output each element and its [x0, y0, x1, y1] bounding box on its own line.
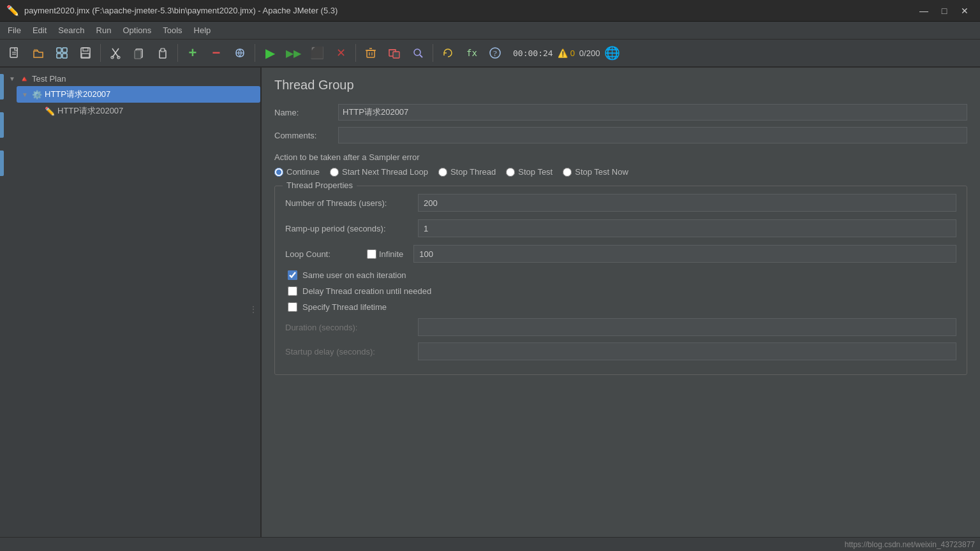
radio-stop-thread-input[interactable]	[438, 168, 447, 177]
radio-stop-thread[interactable]: Stop Thread	[438, 167, 496, 177]
warning-indicator: ⚠️ 0	[558, 48, 575, 58]
menu-file[interactable]: File	[3, 24, 26, 36]
reset-button[interactable]	[437, 42, 459, 64]
svg-rect-3	[57, 48, 61, 52]
stop-button[interactable]: ⬛	[306, 42, 328, 64]
httpsampler-label: HTTP请求202007	[57, 105, 123, 117]
menu-help[interactable]: Help	[189, 24, 216, 36]
browse-button[interactable]	[229, 42, 251, 64]
timer-display: 00:00:24	[513, 48, 553, 58]
tree-item-httpsampler[interactable]: ▼ ✏️ HTTP请求202007	[29, 103, 260, 119]
menu-search[interactable]: Search	[53, 24, 89, 36]
clear-button[interactable]	[360, 42, 382, 64]
function-button[interactable]: fx	[461, 42, 482, 64]
infinite-label: Infinite	[379, 249, 403, 259]
cut-button[interactable]	[105, 42, 126, 64]
svg-rect-15	[135, 50, 141, 59]
minimize-button[interactable]: —	[915, 4, 933, 17]
svg-point-27	[414, 49, 420, 55]
radio-stop-test-now-label: Stop Test Now	[575, 167, 628, 177]
tree-area: ▼ 🔺 Test Plan ▼ ⚙️ HTTP请求202007 ▼ ✏️ HTT…	[0, 68, 260, 123]
maximize-button[interactable]: □	[935, 4, 953, 17]
action-section: Action to be taken after a Sampler error…	[274, 152, 967, 177]
same-user-label[interactable]: Same user on each iteration	[302, 270, 406, 280]
duration-label: Duration (seconds):	[285, 323, 413, 332]
shutdown-button[interactable]: ✕	[330, 42, 352, 64]
start-button[interactable]: ▶	[259, 42, 281, 64]
infinite-label-wrapper[interactable]: Infinite	[367, 249, 403, 259]
svg-line-28	[420, 55, 422, 57]
duration-row: Duration (seconds):	[285, 318, 956, 336]
delay-thread-label[interactable]: Delay Thread creation until needed	[302, 286, 431, 296]
tree-item-testplan[interactable]: ▼ 🔺 Test Plan	[4, 71, 260, 86]
ramp-up-row: Ramp-up period (seconds):	[285, 219, 956, 237]
thread-properties-section: Thread Properties Number of Threads (use…	[274, 186, 967, 375]
num-threads-input[interactable]	[418, 194, 956, 212]
new-button[interactable]	[4, 42, 26, 64]
delay-thread-row: Delay Thread creation until needed	[288, 286, 956, 296]
same-user-row: Same user on each iteration	[288, 270, 956, 280]
menu-tools[interactable]: Tools	[158, 24, 187, 36]
radio-stop-test-now-input[interactable]	[563, 168, 572, 177]
radio-start-next-label: Start Next Thread Loop	[342, 167, 428, 177]
delay-thread-checkbox[interactable]	[288, 286, 297, 296]
toggle-httpsampler: ▼	[33, 108, 42, 115]
svg-rect-7	[81, 48, 90, 58]
paste-button[interactable]	[152, 42, 174, 64]
add-button[interactable]: +	[182, 42, 204, 64]
toolbar: + − ▶ ▶▶ ⬛ ✕	[0, 40, 980, 68]
strip-item-1	[0, 74, 4, 99]
tree-children: ▼ ⚙️ HTTP请求202007 ▼ ✏️ HTTP请求202007	[17, 86, 260, 119]
sidebar-drag-handle[interactable]: ⋮	[246, 304, 260, 314]
same-user-checkbox[interactable]	[288, 270, 297, 280]
toggle-testplan[interactable]: ▼	[8, 75, 17, 82]
num-threads-row: Number of Threads (users):	[285, 194, 956, 212]
start-nopause-button[interactable]: ▶▶	[283, 42, 304, 64]
loop-count-input[interactable]	[413, 245, 956, 263]
ramp-up-input[interactable]	[418, 219, 956, 237]
menu-run[interactable]: Run	[91, 24, 117, 36]
comments-input[interactable]	[338, 127, 967, 143]
templates-button[interactable]	[51, 42, 73, 64]
page-title: Thread Group	[274, 78, 967, 92]
startup-delay-input[interactable]	[418, 342, 956, 360]
strip-item-2	[0, 112, 4, 138]
radio-start-next[interactable]: Start Next Thread Loop	[330, 167, 428, 177]
duration-input[interactable]	[418, 318, 956, 336]
content-area: Thread Group Name: Comments: Action to b…	[262, 68, 980, 551]
menu-edit[interactable]: Edit	[27, 24, 52, 36]
infinite-checkbox[interactable]	[367, 249, 376, 259]
specify-lifetime-row: Specify Thread lifetime	[288, 302, 956, 312]
radio-continue[interactable]: Continue	[274, 167, 320, 177]
remove-button[interactable]: −	[205, 42, 227, 64]
clear-all-button[interactable]	[383, 42, 405, 64]
strip-item-3	[0, 151, 4, 176]
menu-options[interactable]: Options	[117, 24, 156, 36]
num-threads-label: Number of Threads (users):	[285, 198, 413, 208]
sep3	[255, 44, 255, 62]
name-input[interactable]	[338, 104, 967, 121]
open-button[interactable]	[27, 42, 49, 64]
svg-rect-5	[57, 54, 61, 58]
radio-stop-test-now[interactable]: Stop Test Now	[563, 167, 628, 177]
specify-lifetime-checkbox[interactable]	[288, 302, 297, 312]
tree-item-threadgroup[interactable]: ▼ ⚙️ HTTP请求202007	[17, 86, 260, 103]
threadgroup-label: HTTP请求202007	[45, 89, 110, 100]
radio-group: Continue Start Next Thread Loop Stop Thr…	[274, 167, 967, 177]
sep2	[177, 44, 178, 62]
copy-button[interactable]	[128, 42, 150, 64]
save-button[interactable]	[75, 42, 96, 64]
radio-continue-input[interactable]	[274, 168, 283, 177]
radio-start-next-input[interactable]	[330, 168, 339, 177]
comments-row: Comments:	[274, 127, 967, 143]
search-button[interactable]	[407, 42, 429, 64]
svg-rect-9	[82, 54, 89, 57]
window-controls: — □ ✕	[915, 4, 974, 17]
help-button[interactable]: ?	[484, 42, 506, 64]
specify-lifetime-label[interactable]: Specify Thread lifetime	[302, 302, 387, 312]
radio-stop-test-input[interactable]	[506, 168, 515, 177]
radio-stop-thread-label: Stop Thread	[450, 167, 496, 177]
toggle-threadgroup[interactable]: ▼	[20, 91, 29, 98]
close-button[interactable]: ✕	[956, 4, 974, 17]
radio-stop-test[interactable]: Stop Test	[506, 167, 553, 177]
